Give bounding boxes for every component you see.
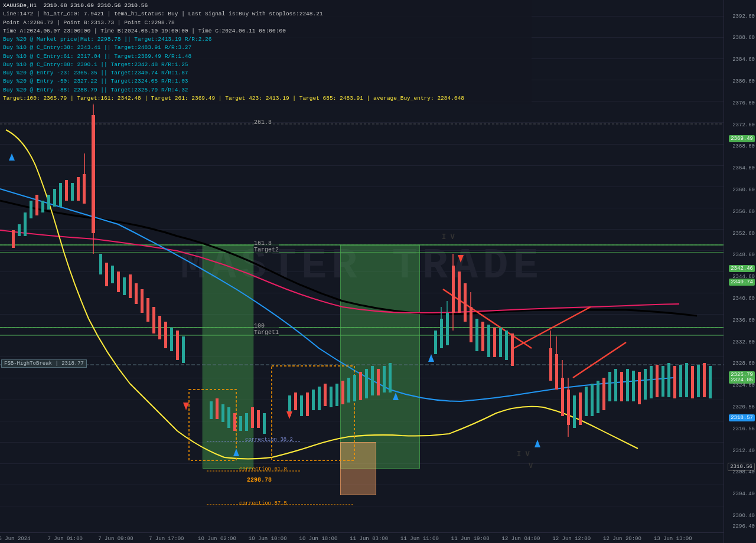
price-axis: 2392.60 2388.60 2384.60 2380.60 2376.60 … <box>724 0 756 543</box>
buy-line-1: Buy %10 @ C_Entry:38: 2343.41 || Target:… <box>3 44 529 52</box>
svg-rect-20 <box>35 195 38 215</box>
price-2300: 2300.40 <box>732 513 755 519</box>
svg-rect-120 <box>685 363 688 397</box>
svg-marker-128 <box>428 354 434 362</box>
svg-rect-73 <box>434 331 437 354</box>
svg-rect-101 <box>573 395 576 428</box>
fib-100-value: 100 <box>254 323 279 329</box>
svg-rect-110 <box>626 369 629 401</box>
svg-rect-105 <box>597 381 599 413</box>
svg-rect-26 <box>71 183 74 201</box>
svg-rect-104 <box>591 384 594 416</box>
svg-rect-44 <box>182 336 185 363</box>
svg-rect-39 <box>152 307 155 333</box>
svg-rect-74 <box>440 319 443 348</box>
price-2356: 2356.60 <box>732 209 755 215</box>
svg-rect-103 <box>585 387 588 416</box>
chart-container: MASTER TRADE <box>0 0 756 543</box>
price-2364: 2364.60 <box>732 165 755 171</box>
ohlc-display: 2310.68 2310.69 2310.56 2310.56 <box>40 2 148 9</box>
svg-rect-106 <box>602 378 605 410</box>
svg-rect-122 <box>697 365 700 397</box>
svg-rect-61 <box>324 384 327 406</box>
time-8: 11 Jun 03:00 <box>350 536 388 542</box>
svg-rect-54 <box>263 413 266 434</box>
price-2380: 2380.60 <box>732 78 755 84</box>
svg-rect-18 <box>24 212 27 236</box>
svg-rect-115 <box>656 365 659 397</box>
svg-rect-33 <box>117 272 120 292</box>
price-2332: 2332.60 <box>732 339 755 345</box>
fib-100-label: 100 Target1 <box>254 323 279 336</box>
corr-price-label: 2298.78 <box>247 477 272 483</box>
svg-rect-94 <box>555 354 558 390</box>
buy-line-5: Buy %20 @ Entry -50: 2327.22 || Target:2… <box>3 77 529 86</box>
price-2352: 2352.60 <box>732 231 755 237</box>
svg-rect-89 <box>499 328 502 357</box>
buy-line-6: Buy %20 @ Entry -88: 2288.79 || Target:2… <box>3 86 529 94</box>
svg-rect-21 <box>41 201 44 212</box>
svg-rect-124 <box>709 366 712 398</box>
svg-rect-98 <box>567 390 570 425</box>
price-2392: 2392.60 <box>732 14 755 19</box>
time-12: 12 Jun 12:00 <box>552 536 591 542</box>
svg-rect-116 <box>662 366 664 397</box>
svg-marker-130 <box>183 403 189 410</box>
svg-line-11 <box>514 307 591 348</box>
svg-marker-131 <box>286 411 292 419</box>
svg-rect-113 <box>644 369 647 400</box>
price-2320: 2320.56 <box>732 404 755 410</box>
buy-line-0: Buy %20 @ Market price|Mat: 2298.78 || T… <box>3 35 529 44</box>
price-2296: 2296.40 <box>732 524 755 529</box>
target2-label: Target2 <box>254 247 279 253</box>
targets-line: Target:100: 2305.79 | Target:161: 2342.4… <box>3 94 529 103</box>
svg-rect-16 <box>12 230 15 248</box>
price-2340: 2340.74 <box>729 279 755 286</box>
svg-rect-35 <box>129 274 132 298</box>
svg-rect-13 <box>92 115 95 233</box>
svg-rect-60 <box>318 387 321 410</box>
wave-iv-label-2: I V <box>517 450 530 459</box>
price-2372: 2372.60 <box>732 122 755 128</box>
svg-rect-63 <box>335 384 338 406</box>
svg-rect-118 <box>673 366 676 398</box>
corr-875-label: correction 87.5 <box>239 501 287 506</box>
line1-display: Line:1472 | h1_atr_c:0: 7.9421 | tema_h1… <box>3 10 529 18</box>
svg-line-10 <box>443 289 532 348</box>
svg-rect-23 <box>53 189 56 207</box>
target1-label: Target1 <box>254 329 279 336</box>
svg-rect-114 <box>650 366 653 398</box>
buy-line-2: Buy %10 @ C_Entry:61: 2317.04 || Target:… <box>3 53 529 61</box>
symbol-display: XAUUSDe,H1 <box>3 2 37 9</box>
time-9: 11 Jun 11:00 <box>400 536 439 542</box>
svg-rect-123 <box>703 363 706 397</box>
line2-display: Point A:2286.72 | Point B:2313.73 | Poin… <box>3 19 529 27</box>
price-2328: 2328.60 <box>732 361 755 367</box>
price-2316: 2316.56 <box>732 426 755 432</box>
svg-rect-92 <box>549 348 552 381</box>
svg-rect-76 <box>446 313 449 345</box>
svg-rect-19 <box>30 201 32 218</box>
svg-rect-56 <box>294 392 297 410</box>
svg-rect-88 <box>493 328 496 357</box>
svg-marker-132 <box>458 255 464 263</box>
svg-rect-108 <box>614 369 617 401</box>
svg-rect-78 <box>452 266 455 313</box>
svg-rect-81 <box>458 272 461 313</box>
svg-rect-38 <box>146 298 149 322</box>
svg-rect-111 <box>632 371 635 401</box>
price-2304: 2304.40 <box>732 491 755 497</box>
time-1: 6 Jun 2024 <box>0 536 31 542</box>
svg-rect-31 <box>105 263 108 286</box>
svg-rect-96 <box>561 378 564 416</box>
fib-zone-orange <box>340 442 376 495</box>
svg-rect-109 <box>620 372 623 401</box>
symbol-line: XAUUSDe,H1 2310.68 2310.69 2310.56 2310.… <box>3 2 529 10</box>
price-2369: 2369.49 <box>729 135 755 142</box>
svg-rect-86 <box>481 322 484 351</box>
fsb-label: FSB-HighToBreak | 2318.77 <box>1 359 87 368</box>
svg-rect-87 <box>487 325 490 357</box>
svg-marker-125 <box>9 153 15 161</box>
price-2360: 2360.60 <box>732 187 755 193</box>
svg-rect-119 <box>679 365 682 397</box>
